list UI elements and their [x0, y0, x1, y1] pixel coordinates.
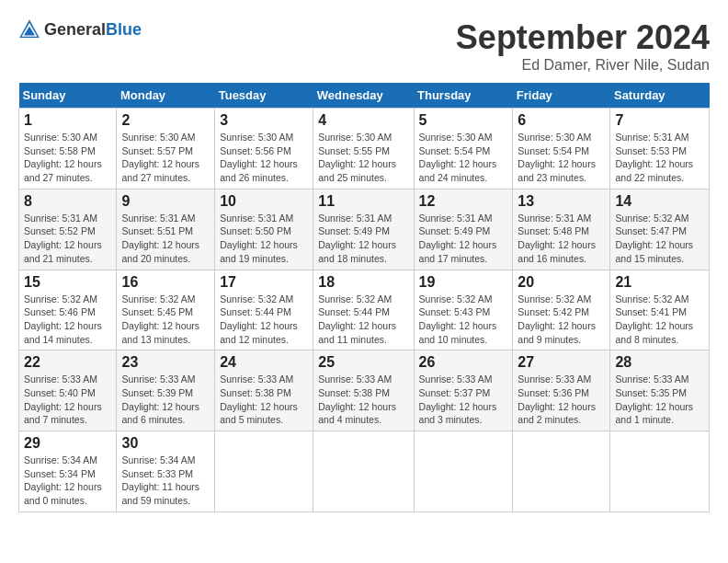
- day-detail: Sunrise: 5:33 AMSunset: 5:36 PMDaylight:…: [518, 373, 605, 427]
- calendar-cell: 8Sunrise: 5:31 AMSunset: 5:52 PMDaylight…: [19, 189, 117, 270]
- day-number: 28: [615, 354, 704, 371]
- calendar-cell: 10Sunrise: 5:31 AMSunset: 5:50 PMDayligh…: [215, 189, 313, 270]
- day-detail: Sunrise: 5:32 AMSunset: 5:46 PMDaylight:…: [24, 293, 111, 347]
- location-title: Ed Damer, River Nile, Sudan: [456, 57, 710, 74]
- calendar-cell: [215, 431, 313, 512]
- calendar-cell: 30Sunrise: 5:34 AMSunset: 5:33 PMDayligh…: [117, 431, 215, 512]
- day-detail: Sunrise: 5:30 AMSunset: 5:54 PMDaylight:…: [419, 131, 508, 185]
- day-number: 19: [419, 274, 508, 291]
- day-number: 21: [615, 274, 704, 291]
- title-area: September 2024 Ed Damer, River Nile, Sud…: [456, 18, 710, 74]
- day-detail: Sunrise: 5:33 AMSunset: 5:38 PMDaylight:…: [318, 373, 408, 427]
- day-detail: Sunrise: 5:31 AMSunset: 5:48 PMDaylight:…: [518, 212, 605, 266]
- header: GeneralBlue September 2024 Ed Damer, Riv…: [18, 18, 710, 74]
- day-number: 10: [220, 193, 308, 210]
- col-saturday: Saturday: [610, 83, 710, 109]
- calendar-cell: 28Sunrise: 5:33 AMSunset: 5:35 PMDayligh…: [610, 350, 710, 431]
- day-detail: Sunrise: 5:33 AMSunset: 5:38 PMDaylight:…: [220, 373, 308, 427]
- day-detail: Sunrise: 5:33 AMSunset: 5:40 PMDaylight:…: [24, 373, 111, 427]
- calendar-cell: [513, 431, 610, 512]
- calendar-cell: 21Sunrise: 5:32 AMSunset: 5:41 PMDayligh…: [610, 270, 710, 350]
- day-number: 27: [518, 354, 605, 371]
- col-friday: Friday: [513, 83, 610, 109]
- day-detail: Sunrise: 5:31 AMSunset: 5:52 PMDaylight:…: [24, 212, 111, 266]
- calendar-cell: 14Sunrise: 5:32 AMSunset: 5:47 PMDayligh…: [610, 189, 710, 270]
- day-detail: Sunrise: 5:30 AMSunset: 5:58 PMDaylight:…: [24, 131, 111, 185]
- logo-blue: Blue: [106, 20, 142, 39]
- calendar-cell: 12Sunrise: 5:31 AMSunset: 5:49 PMDayligh…: [414, 189, 513, 270]
- day-detail: Sunrise: 5:30 AMSunset: 5:54 PMDaylight:…: [518, 131, 605, 185]
- calendar-cell: 9Sunrise: 5:31 AMSunset: 5:51 PMDaylight…: [117, 189, 215, 270]
- day-detail: Sunrise: 5:31 AMSunset: 5:53 PMDaylight:…: [615, 131, 704, 185]
- calendar-cell: 24Sunrise: 5:33 AMSunset: 5:38 PMDayligh…: [215, 350, 313, 431]
- logo-icon: [18, 18, 40, 40]
- day-detail: Sunrise: 5:34 AMSunset: 5:34 PMDaylight:…: [24, 454, 111, 508]
- calendar-cell: 29Sunrise: 5:34 AMSunset: 5:34 PMDayligh…: [19, 431, 117, 512]
- day-number: 26: [419, 354, 508, 371]
- logo-general: General: [44, 20, 106, 39]
- calendar-cell: [313, 431, 414, 512]
- day-detail: Sunrise: 5:32 AMSunset: 5:44 PMDaylight:…: [220, 293, 308, 347]
- day-number: 23: [121, 354, 210, 371]
- calendar-header-row: Sunday Monday Tuesday Wednesday Thursday…: [19, 83, 710, 109]
- day-detail: Sunrise: 5:33 AMSunset: 5:37 PMDaylight:…: [419, 373, 508, 427]
- calendar-cell: 3Sunrise: 5:30 AMSunset: 5:56 PMDaylight…: [215, 109, 313, 190]
- day-number: 11: [318, 193, 408, 210]
- day-detail: Sunrise: 5:31 AMSunset: 5:50 PMDaylight:…: [220, 212, 308, 266]
- calendar-cell: 17Sunrise: 5:32 AMSunset: 5:44 PMDayligh…: [215, 270, 313, 350]
- calendar-week-row: 8Sunrise: 5:31 AMSunset: 5:52 PMDaylight…: [19, 189, 710, 270]
- day-number: 20: [518, 274, 605, 291]
- calendar-table: Sunday Monday Tuesday Wednesday Thursday…: [18, 83, 710, 512]
- day-detail: Sunrise: 5:30 AMSunset: 5:56 PMDaylight:…: [220, 131, 308, 185]
- calendar-cell: 27Sunrise: 5:33 AMSunset: 5:36 PMDayligh…: [513, 350, 610, 431]
- calendar-week-row: 29Sunrise: 5:34 AMSunset: 5:34 PMDayligh…: [19, 431, 710, 512]
- calendar-cell: 6Sunrise: 5:30 AMSunset: 5:54 PMDaylight…: [513, 109, 610, 190]
- calendar-cell: 18Sunrise: 5:32 AMSunset: 5:44 PMDayligh…: [313, 270, 414, 350]
- day-number: 5: [419, 112, 508, 129]
- day-number: 12: [419, 193, 508, 210]
- col-tuesday: Tuesday: [215, 83, 313, 109]
- day-number: 4: [318, 112, 408, 129]
- day-number: 17: [220, 274, 308, 291]
- day-number: 14: [615, 193, 704, 210]
- day-number: 16: [121, 274, 210, 291]
- calendar-cell: 15Sunrise: 5:32 AMSunset: 5:46 PMDayligh…: [19, 270, 117, 350]
- calendar-cell: 19Sunrise: 5:32 AMSunset: 5:43 PMDayligh…: [414, 270, 513, 350]
- day-detail: Sunrise: 5:32 AMSunset: 5:44 PMDaylight:…: [318, 293, 408, 347]
- calendar-cell: 1Sunrise: 5:30 AMSunset: 5:58 PMDaylight…: [19, 109, 117, 190]
- day-number: 24: [220, 354, 308, 371]
- calendar-cell: 4Sunrise: 5:30 AMSunset: 5:55 PMDaylight…: [313, 109, 414, 190]
- calendar-cell: [414, 431, 513, 512]
- col-thursday: Thursday: [414, 83, 513, 109]
- calendar-cell: 2Sunrise: 5:30 AMSunset: 5:57 PMDaylight…: [117, 109, 215, 190]
- calendar-cell: 7Sunrise: 5:31 AMSunset: 5:53 PMDaylight…: [610, 109, 710, 190]
- calendar-week-row: 1Sunrise: 5:30 AMSunset: 5:58 PMDaylight…: [19, 109, 710, 190]
- col-sunday: Sunday: [19, 83, 117, 109]
- day-detail: Sunrise: 5:33 AMSunset: 5:39 PMDaylight:…: [121, 373, 210, 427]
- day-detail: Sunrise: 5:31 AMSunset: 5:51 PMDaylight:…: [121, 212, 210, 266]
- day-number: 22: [24, 354, 111, 371]
- day-number: 6: [518, 112, 605, 129]
- calendar-cell: 25Sunrise: 5:33 AMSunset: 5:38 PMDayligh…: [313, 350, 414, 431]
- month-title: September 2024: [456, 18, 710, 57]
- calendar-cell: 26Sunrise: 5:33 AMSunset: 5:37 PMDayligh…: [414, 350, 513, 431]
- day-number: 13: [518, 193, 605, 210]
- day-detail: Sunrise: 5:32 AMSunset: 5:45 PMDaylight:…: [121, 293, 210, 347]
- day-number: 7: [615, 112, 704, 129]
- day-number: 29: [24, 435, 111, 452]
- calendar-cell: 13Sunrise: 5:31 AMSunset: 5:48 PMDayligh…: [513, 189, 610, 270]
- day-detail: Sunrise: 5:30 AMSunset: 5:55 PMDaylight:…: [318, 131, 408, 185]
- day-number: 2: [121, 112, 210, 129]
- day-detail: Sunrise: 5:32 AMSunset: 5:47 PMDaylight:…: [615, 212, 704, 266]
- col-wednesday: Wednesday: [313, 83, 414, 109]
- day-number: 30: [121, 435, 210, 452]
- day-detail: Sunrise: 5:31 AMSunset: 5:49 PMDaylight:…: [419, 212, 508, 266]
- day-number: 25: [318, 354, 408, 371]
- day-number: 18: [318, 274, 408, 291]
- day-detail: Sunrise: 5:30 AMSunset: 5:57 PMDaylight:…: [121, 131, 210, 185]
- day-detail: Sunrise: 5:33 AMSunset: 5:35 PMDaylight:…: [615, 373, 704, 427]
- calendar-cell: 20Sunrise: 5:32 AMSunset: 5:42 PMDayligh…: [513, 270, 610, 350]
- calendar-cell: 22Sunrise: 5:33 AMSunset: 5:40 PMDayligh…: [19, 350, 117, 431]
- day-detail: Sunrise: 5:32 AMSunset: 5:43 PMDaylight:…: [419, 293, 508, 347]
- logo: GeneralBlue: [18, 18, 142, 40]
